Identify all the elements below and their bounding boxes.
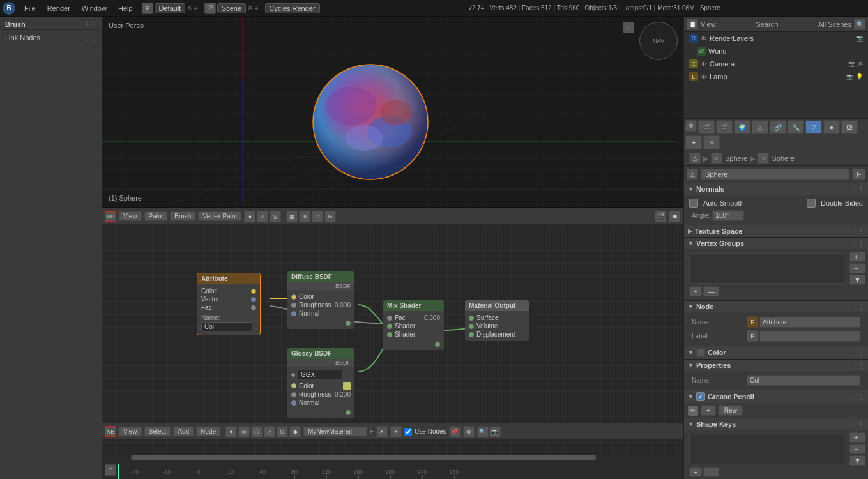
menu-help[interactable]: Help [113, 3, 138, 13]
tab-object[interactable]: △ [752, 120, 768, 134]
node-name-input[interactable] [759, 317, 860, 328]
outliner-item-world[interactable]: W World [684, 45, 868, 57]
mode-dropdown[interactable]: Vertex Paint [198, 211, 241, 221]
tab-particle[interactable]: ✦ [685, 135, 702, 149]
engine-dropdown[interactable]: Cycles Render [265, 3, 320, 13]
outliner-item-renderlayers[interactable]: R 👁 RenderLayers 📷 [684, 32, 868, 45]
tab-texture[interactable]: 🖼 [841, 120, 858, 134]
node-section-header[interactable]: ▼ Node ⋮⋮ [684, 301, 868, 312]
diffuse-bsdf-node[interactable]: Diffuse BSDF BSDF Color Roughness 0.000 [287, 271, 354, 329]
mix-shader-node[interactable]: Mix Shader Fac 0.500 Shader [383, 300, 444, 350]
ne-select-btn[interactable]: Select [144, 427, 171, 436]
ne-icon-3[interactable]: ⬡ [251, 426, 263, 437]
ne-add-mat-icon[interactable]: + [390, 426, 402, 437]
menu-window[interactable]: Window [77, 3, 112, 13]
vg-assign-btn[interactable]: + [689, 286, 702, 296]
menu-file[interactable]: File [19, 3, 41, 13]
vp-icon-2[interactable]: ○ [257, 211, 268, 222]
tab-world[interactable]: 🌍 [734, 120, 750, 134]
ne-snap-icon[interactable]: ⊕ [463, 426, 475, 437]
paint-btn[interactable]: Paint [144, 211, 168, 221]
ne-icon-5[interactable]: ⊙ [277, 426, 288, 437]
tab-physics[interactable]: ⚛ [703, 135, 720, 149]
attr-name-input[interactable] [201, 322, 252, 331]
vg-specials-btn[interactable]: ▼ [849, 275, 865, 285]
sk-eq2-btn[interactable]: — [703, 467, 719, 477]
prop-edit-icon[interactable]: ⊚ [324, 211, 336, 222]
gp-add-btn[interactable]: + [701, 405, 716, 416]
outliner-item-camera[interactable]: C 👁 Camera 📷 ◎ [684, 57, 868, 70]
pivot-icon[interactable]: ⊙ [312, 211, 323, 222]
ne-view-btn[interactable]: View [119, 427, 142, 436]
ne-cam-icon[interactable]: 📷 [489, 426, 501, 437]
view-btn[interactable]: View [119, 211, 142, 221]
tab-scene[interactable]: 🎬 [716, 120, 733, 134]
ne-scrollbar[interactable] [102, 455, 683, 460]
gp-new-btn[interactable]: New [719, 405, 743, 416]
texture-space-header[interactable]: ▶ Texture Space ⋮⋮ [684, 225, 868, 237]
auto-smooth-checkbox[interactable] [689, 199, 698, 208]
use-nodes-checkbox[interactable] [404, 428, 412, 436]
sk-specials-btn[interactable]: ▼ [849, 455, 865, 466]
double-sided-checkbox[interactable] [807, 199, 816, 208]
node-editor[interactable]: Attribute Color Vector Fac [102, 225, 683, 460]
menu-render[interactable]: Render [42, 3, 75, 13]
ne-add-btn[interactable]: Add [173, 427, 194, 436]
ne-icon-1[interactable]: ● [225, 426, 237, 437]
node-label-input[interactable] [759, 331, 860, 342]
ne-link-icon[interactable]: ✕ [376, 426, 388, 437]
ggx-field[interactable] [298, 370, 342, 379]
vg-add-btn[interactable]: + [849, 252, 865, 262]
vp-icon-1[interactable]: ● [244, 211, 255, 222]
viewport-expand[interactable]: + [623, 22, 634, 33]
viewport-3d[interactable]: User Persp (1) Sphere NAV + [102, 17, 683, 208]
attribute-node[interactable]: Attribute Color Vector Fac [197, 273, 261, 335]
tab-render[interactable]: 🎬 [698, 120, 715, 134]
overlay-icon[interactable]: ▦ [286, 211, 298, 222]
record-icon[interactable]: ⏺ [669, 211, 680, 222]
layout-dropdown[interactable]: Default [155, 3, 186, 13]
ne-material-dropdown[interactable]: MyNewMaterial [303, 427, 367, 436]
material-output-node[interactable]: Material Output Surface Volume Displa [465, 300, 529, 341]
vp-icon-3[interactable]: ◎ [270, 211, 281, 222]
props-name-input[interactable] [747, 375, 860, 386]
scene-dropdown[interactable]: Scene [217, 3, 246, 13]
tab-material[interactable]: ● [823, 120, 840, 134]
vertex-groups-header[interactable]: ▼ Vertex Groups ⋮⋮ [684, 238, 868, 249]
sk-remove-btn[interactable]: − [849, 444, 865, 454]
timeline-icon[interactable]: ⏱ [105, 464, 116, 476]
tab-constraint[interactable]: 🔗 [770, 120, 786, 134]
ne-icon-2[interactable]: ◎ [238, 426, 250, 437]
nav-widget[interactable]: NAV [639, 22, 678, 60]
outliner-search-icon[interactable]: 🔍 [854, 19, 865, 30]
tab-modifier[interactable]: 🔧 [788, 120, 804, 134]
brush-btn[interactable]: Brush [170, 211, 195, 221]
render-preview-icon[interactable]: 🎬 [655, 211, 666, 222]
tab-data[interactable]: ▽ [805, 120, 822, 134]
outliner-item-lamp[interactable]: L 👁 Lamp 📷 💡 [684, 70, 868, 83]
gp-header[interactable]: ▼ Grease Pencil ⋮⋮ [684, 390, 868, 403]
props-sub-header[interactable]: ▼ Properties ⋮⋮ [684, 360, 868, 371]
ne-zoom-icon[interactable]: 🔍 [477, 426, 489, 437]
ne-icon-4[interactable]: △ [264, 426, 275, 437]
ne-node-btn[interactable]: Node [196, 427, 220, 436]
glossy-bsdf-node[interactable]: Glossy BSDF BSDF Color [287, 348, 354, 418]
mode-icon[interactable]: VP [105, 211, 116, 222]
vg-eq-btn[interactable]: — [703, 286, 719, 296]
sk-add-btn[interactable]: + [849, 432, 865, 443]
color-swatch[interactable] [343, 382, 351, 390]
ne-pin-icon[interactable]: 📌 [449, 426, 461, 437]
angle-input[interactable]: 180° [712, 210, 744, 221]
shape-keys-header[interactable]: ▼ Shape Keys ⋮⋮ [684, 418, 868, 430]
outliner-view-btn[interactable]: View [701, 20, 716, 28]
normals-header[interactable]: ▼ Normals ⋮⋮ [684, 183, 868, 195]
gp-draw-icon[interactable]: ✏ [688, 406, 698, 416]
gp-checkbox[interactable] [696, 392, 705, 401]
sk-ctrl-btn[interactable]: + [689, 467, 702, 477]
vg-remove-btn[interactable]: − [849, 263, 865, 273]
snap-icon[interactable]: ⊕ [299, 211, 310, 222]
node-mode-icon[interactable]: NE [105, 426, 116, 437]
ne-icon-6[interactable]: ◆ [289, 426, 301, 437]
color-section-header[interactable]: ▼ Color ⋮⋮ [684, 346, 868, 359]
object-name-input[interactable] [701, 169, 849, 180]
